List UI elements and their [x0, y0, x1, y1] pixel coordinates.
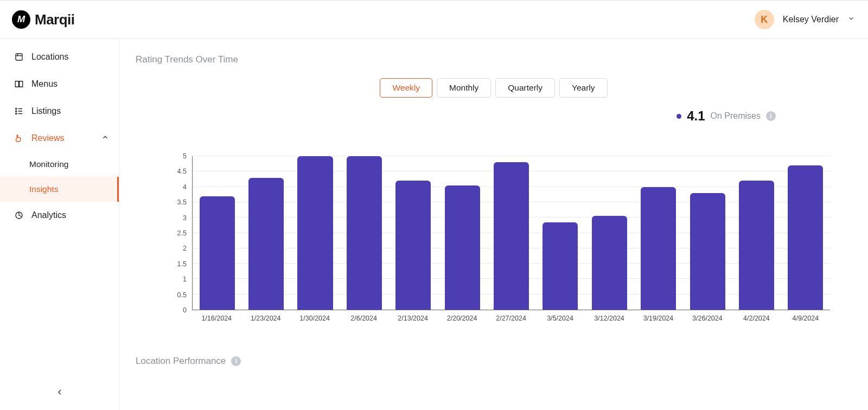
section-title-location-performance: Location Performance i	[136, 356, 852, 367]
chart-bar[interactable]	[347, 156, 382, 310]
legend-label: On Premises	[711, 111, 761, 121]
sidebar-item-label: Locations	[31, 52, 69, 62]
x-tick-label: 3/26/2024	[683, 310, 732, 330]
y-tick-label: 2	[168, 245, 187, 252]
bar-slot	[536, 156, 585, 310]
sidebar-item-menus[interactable]: Menus	[0, 71, 119, 98]
app-header: M Marqii K Kelsey Verdier	[0, 0, 868, 39]
y-tick-label: 1.5	[168, 260, 187, 268]
chart-bar[interactable]	[200, 196, 235, 310]
tab-yearly[interactable]: Yearly	[559, 78, 608, 98]
sidebar: Locations Menus Listings Revie	[0, 39, 119, 410]
y-tick-label: 0.5	[168, 291, 187, 299]
tab-weekly[interactable]: Weekly	[380, 78, 432, 98]
tab-monthly[interactable]: Monthly	[437, 78, 491, 98]
chart-bar[interactable]	[445, 185, 480, 310]
user-name: Kelsey Verdier	[783, 15, 839, 24]
bar-slot	[634, 156, 683, 310]
bar-slot	[585, 156, 634, 310]
brand-name: Marqii	[35, 11, 75, 28]
y-tick-label: 1	[168, 276, 187, 283]
bar-slot	[438, 156, 487, 310]
menus-icon	[14, 79, 24, 89]
sidebar-collapse-button[interactable]	[0, 378, 119, 410]
sidebar-item-label: Menus	[31, 79, 58, 89]
legend-value: 4.1	[687, 108, 705, 124]
chart-bar[interactable]	[739, 181, 774, 310]
avatar: K	[755, 10, 774, 29]
chart-bar[interactable]	[592, 216, 627, 310]
chevron-up-icon	[101, 133, 109, 143]
brand-mark-icon: M	[12, 10, 30, 29]
y-tick-label: 5	[168, 152, 187, 160]
sidebar-item-analytics[interactable]: Analytics	[0, 202, 119, 229]
sidebar-item-label: Analytics	[31, 210, 66, 220]
brand-logo[interactable]: M Marqii	[12, 10, 75, 29]
bar-slot	[340, 156, 388, 310]
x-tick-label: 1/23/2024	[241, 310, 290, 330]
info-icon[interactable]: i	[766, 111, 776, 121]
listings-icon	[14, 106, 24, 116]
y-tick-label: 0	[168, 306, 187, 314]
tab-quarterly[interactable]: Quarterly	[495, 78, 555, 98]
y-tick-label: 4	[168, 183, 187, 191]
chart-bar[interactable]	[248, 178, 284, 310]
y-tick-label: 4.5	[168, 168, 187, 175]
chart-bar[interactable]	[297, 156, 333, 310]
x-tick-label: 1/30/2024	[290, 310, 339, 330]
sidebar-item-reviews[interactable]: Reviews	[0, 125, 119, 152]
bar-slot	[487, 156, 535, 310]
legend-dot-icon	[676, 114, 681, 119]
sidebar-item-label: Reviews	[31, 133, 64, 143]
sidebar-item-label: Listings	[31, 106, 61, 116]
analytics-icon	[14, 210, 24, 220]
chart-bar[interactable]	[542, 222, 578, 310]
chart-bar[interactable]	[641, 187, 676, 310]
chevron-left-icon	[55, 388, 64, 399]
x-tick-label: 1/16/2024	[192, 310, 241, 330]
svg-rect-0	[16, 54, 22, 60]
bar-slot	[389, 156, 438, 310]
x-tick-label: 3/5/2024	[535, 310, 584, 330]
x-tick-label: 4/9/2024	[781, 310, 830, 330]
chart-bar[interactable]	[395, 181, 431, 310]
bar-slot	[241, 156, 290, 310]
bar-slot	[732, 156, 781, 310]
svg-point-2	[16, 111, 17, 112]
sidebar-item-locations[interactable]: Locations	[0, 43, 119, 71]
svg-point-1	[16, 108, 17, 109]
x-tick-label: 2/27/2024	[487, 310, 535, 330]
x-tick-label: 3/12/2024	[585, 310, 634, 330]
chevron-down-icon	[847, 15, 855, 24]
info-icon[interactable]: i	[231, 356, 241, 366]
x-tick-label: 3/19/2024	[634, 310, 682, 330]
range-tab-group: Weekly Monthly Quarterly Yearly	[136, 78, 852, 98]
sidebar-item-label: Monitoring	[29, 159, 68, 169]
svg-point-3	[16, 113, 17, 114]
section-title-text: Location Performance	[136, 356, 226, 367]
chart-bar[interactable]	[788, 165, 823, 310]
reviews-icon	[14, 133, 24, 143]
chart-legend: 4.1 On Premises i	[136, 108, 852, 124]
sidebar-item-label: Insights	[29, 184, 58, 194]
bar-slot	[291, 156, 340, 310]
x-tick-label: 4/2/2024	[732, 310, 781, 330]
section-title-rating-trends: Rating Trends Over Time	[136, 54, 852, 65]
main-content: Rating Trends Over Time Weekly Monthly Q…	[119, 39, 868, 410]
y-tick-label: 3	[168, 214, 187, 222]
y-tick-label: 2.5	[168, 229, 187, 237]
x-tick-label: 2/13/2024	[388, 310, 437, 330]
chart-bar[interactable]	[690, 193, 725, 310]
user-menu[interactable]: K Kelsey Verdier	[755, 10, 855, 29]
sidebar-item-listings[interactable]: Listings	[0, 98, 119, 125]
x-tick-label: 2/20/2024	[437, 310, 486, 330]
bar-slot	[781, 156, 830, 310]
sidebar-subitem-insights[interactable]: Insights	[0, 177, 119, 202]
sidebar-subitem-monitoring[interactable]: Monitoring	[0, 152, 119, 177]
locations-icon	[14, 52, 24, 62]
bar-slot	[193, 156, 241, 310]
rating-trends-chart: 00.511.522.533.544.55 1/16/20241/23/2024…	[168, 156, 830, 330]
chart-bar[interactable]	[494, 162, 529, 310]
x-tick-label: 2/6/2024	[339, 310, 388, 330]
bar-slot	[683, 156, 732, 310]
